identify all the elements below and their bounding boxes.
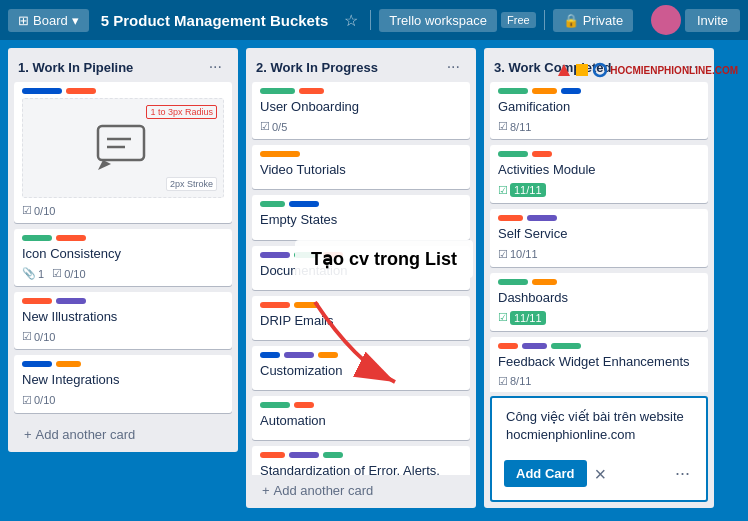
card-color-bar — [260, 151, 462, 157]
card-c2-7[interactable]: Automation — [252, 396, 470, 440]
list-menu-button-2[interactable]: ··· — [441, 56, 466, 78]
bar-seg — [532, 279, 557, 285]
card-c1-1[interactable]: 1 to 3px Radius 2px Stroke ☑ 0/10 — [14, 82, 232, 223]
bar-seg — [260, 402, 290, 408]
checklist-icon: ☑ — [498, 248, 508, 261]
checklist-meta: ☑ 11/11 — [498, 311, 546, 325]
card-title: User Onboarding — [260, 98, 462, 116]
card-title: Video Tutorials — [260, 161, 462, 179]
chevron-down-icon: ▾ — [72, 13, 79, 28]
checklist-meta: ☑ 10/11 — [498, 248, 538, 261]
add-card-submit-label: Add Card — [516, 466, 575, 481]
list-header-2: 2. Work In Progress ··· — [246, 48, 476, 82]
card-c2-6[interactable]: Customization — [252, 346, 470, 390]
bar-seg — [561, 88, 581, 94]
star-icon[interactable]: ☆ — [340, 7, 362, 34]
checklist-meta: ☑ 11/11 — [498, 183, 546, 197]
divider — [370, 10, 371, 30]
card-c1-2[interactable]: Icon Consistency 📎 1 ☑ 0/10 — [14, 229, 232, 286]
list-work-completed: 3. Work Completed ··· Gamification ☑ 8/1… — [484, 48, 714, 508]
bar-seg — [22, 361, 52, 367]
checklist-count: 8/11 — [510, 121, 531, 133]
bar-seg — [294, 402, 314, 408]
card-color-bar — [260, 252, 462, 258]
card-c2-1[interactable]: User Onboarding ☑ 0/5 — [252, 82, 470, 139]
checklist-count: 0/5 — [272, 121, 287, 133]
card-c2-4[interactable]: Documentation — [252, 246, 470, 290]
lock-icon: 🔒 — [563, 13, 579, 28]
card-c2-8[interactable]: Standardization of Error, Alerts, and wa… — [252, 446, 470, 475]
card-c2-2[interactable]: Video Tutorials — [252, 145, 470, 189]
checklist-icon: ☑ — [22, 330, 32, 343]
card-c2-5[interactable]: DRIP Emails — [252, 296, 470, 340]
bar-seg — [532, 151, 552, 157]
card-meta: ☑ 0/10 — [22, 204, 224, 217]
card-color-bar — [260, 452, 462, 458]
board-icon: ⊞ — [18, 13, 29, 28]
list-footer-2: + Add another card — [246, 475, 476, 508]
card-title: DRIP Emails — [260, 312, 462, 330]
card-c3-1[interactable]: Gamification ☑ 8/11 — [490, 82, 708, 139]
card-color-bar — [260, 88, 462, 94]
checklist-count: 11/11 — [510, 311, 546, 325]
workspace-button[interactable]: Trello workspace — [379, 9, 497, 32]
board-title: 5 Product Management Buckets — [93, 12, 337, 29]
card-title: Self Service — [498, 225, 700, 243]
add-card-menu-button[interactable]: ··· — [671, 459, 694, 488]
card-meta: 📎 1 ☑ 0/10 — [22, 267, 224, 280]
bar-seg — [56, 361, 81, 367]
card-color-bar — [260, 302, 462, 308]
add-card-button-2[interactable]: + Add another card — [254, 479, 468, 502]
card-meta: ☑ 0/10 — [22, 394, 224, 407]
avatar[interactable] — [651, 5, 681, 35]
card-color-bar — [498, 215, 700, 221]
card-color-bar — [260, 402, 462, 408]
checklist-icon: ☑ — [22, 394, 32, 407]
bar-seg — [260, 151, 300, 157]
card-color-bar — [498, 343, 700, 349]
list-footer-1: + Add another card — [8, 419, 238, 452]
card-c1-4[interactable]: New Integrations ☑ 0/10 — [14, 355, 232, 412]
bar-seg — [498, 151, 528, 157]
card-title: Empty States — [260, 211, 462, 229]
checklist-meta: ☑ 0/10 — [52, 267, 85, 280]
card-c1-3[interactable]: New Illustrations ☑ 0/10 — [14, 292, 232, 349]
card-color-bar — [498, 88, 700, 94]
checklist-meta: ☑ 8/11 — [498, 120, 531, 133]
checklist-meta: ☑ 0/10 — [22, 394, 55, 407]
add-card-input[interactable]: Công việc viết bài trên website hocmienp… — [498, 402, 700, 450]
add-card-button-1[interactable]: + Add another card — [16, 423, 230, 446]
bar-seg — [260, 452, 285, 458]
invite-button[interactable]: Invite — [685, 9, 740, 32]
card-c3-3[interactable]: Self Service ☑ 10/11 — [490, 209, 708, 266]
card-c3-2[interactable]: Activities Module ☑ 11/11 — [490, 145, 708, 203]
private-label: Private — [583, 13, 623, 28]
checklist-meta: ☑ 0/10 — [22, 330, 55, 343]
add-card-cancel-button[interactable]: × — [591, 460, 611, 488]
list-menu-button-3[interactable]: ··· — [679, 56, 704, 78]
list-menu-button-1[interactable]: ··· — [203, 56, 228, 78]
add-card-label: Add another card — [36, 427, 136, 442]
plus-icon: + — [262, 483, 270, 498]
card-c3-4[interactable]: Dashboards ☑ 11/11 — [490, 273, 708, 331]
card-title: Standardization of Error, Alerts, and wa… — [260, 462, 462, 475]
checklist-icon: ☑ — [498, 375, 508, 388]
card-c2-3[interactable]: Empty States — [252, 195, 470, 239]
board-label: Board — [33, 13, 68, 28]
list-title-2: 2. Work In Progress — [256, 60, 378, 75]
board-button[interactable]: ⊞ Board ▾ — [8, 9, 89, 32]
add-card-form: Công việc viết bài trên website hocmienp… — [490, 396, 708, 502]
list-title-1: 1. Work In Pipeline — [18, 60, 133, 75]
private-button[interactable]: 🔒 Private — [553, 9, 633, 32]
checklist-meta: ☑ 0/10 — [22, 204, 55, 217]
card-title: Icon Consistency — [22, 245, 224, 263]
add-card-submit-button[interactable]: Add Card — [504, 460, 587, 487]
card-title: New Integrations — [22, 371, 224, 389]
design-label: 1 to 3px Radius — [146, 105, 217, 119]
bar-seg — [260, 88, 295, 94]
bar-seg — [323, 252, 343, 258]
plus-icon: + — [24, 427, 32, 442]
card-c3-5[interactable]: Feedback Widget Enhancements ☑ 8/11 — [490, 337, 708, 392]
bar-seg — [260, 252, 290, 258]
bar-seg — [551, 343, 581, 349]
